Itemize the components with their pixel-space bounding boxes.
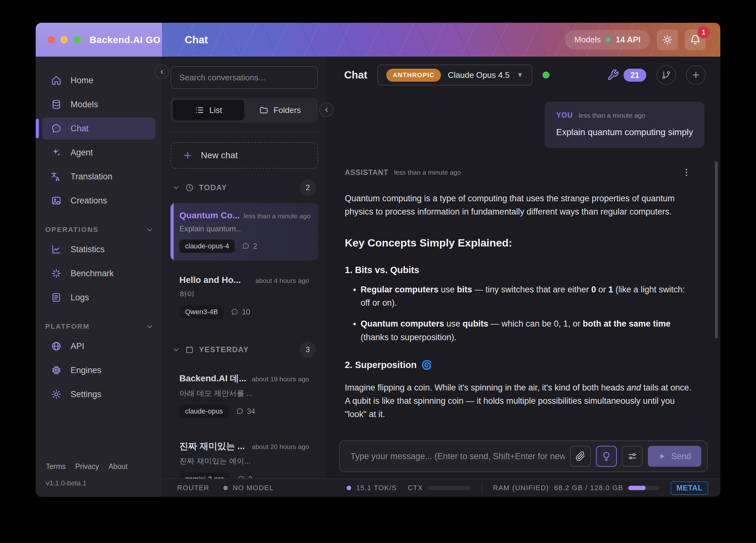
translate-icon: 文A	[51, 171, 62, 182]
thinking-mode-button[interactable]	[596, 446, 617, 467]
tools-indicator[interactable]: 21	[607, 69, 646, 82]
group-header-yesterday[interactable]: YESTERDAY 3	[170, 342, 318, 358]
branch-conversation-button[interactable]	[656, 65, 676, 85]
conversation-time: about 19 hours ago	[252, 375, 309, 383]
chevron-left-icon: ‹	[160, 66, 164, 77]
collapse-sidebar-button[interactable]: ‹	[155, 65, 169, 79]
maximize-window-button[interactable]	[73, 36, 81, 43]
conversation-tabs: List Folders	[170, 98, 318, 122]
conversation-title: Hello and Ho...	[179, 275, 241, 285]
sidebar-item-home[interactable]: Home	[42, 69, 156, 91]
user-message-text: Explain quantum computing simply	[556, 127, 693, 137]
tab-folders[interactable]: Folders	[244, 100, 316, 120]
search-input[interactable]	[170, 66, 318, 89]
minimize-window-button[interactable]	[60, 36, 68, 43]
assistant-bullet: Regular computers use bits — tiny switch…	[361, 283, 695, 310]
models-online-dot	[606, 37, 610, 42]
chat-bubble-icon	[51, 123, 62, 134]
router-status-dot	[223, 486, 228, 490]
collapse-conversations-button[interactable]: ‹	[319, 102, 334, 117]
conversation-time: less than a minute ago	[244, 212, 310, 220]
sun-icon	[662, 34, 673, 45]
assistant-heading: Key Concepts Simply Explained:	[345, 237, 695, 249]
globe-icon	[51, 341, 62, 352]
conversation-list: TODAY 2 Quantum Co... less than a minute…	[162, 169, 326, 478]
chat-header: Chat ANTHROPIC Claude Opus 4.5 ▼ 21	[326, 57, 720, 93]
chart-icon	[51, 244, 62, 255]
tools-count-badge: 21	[623, 69, 646, 82]
sidebar-item-models[interactable]: Models	[42, 93, 156, 115]
notifications-button[interactable]: 1	[685, 29, 706, 50]
close-window-button[interactable]	[47, 36, 55, 43]
assistant-bullet-list: Regular computers use bits — tiny switch…	[345, 283, 695, 344]
conversation-item[interactable]: Backend.AI 데... about 19 hours ago 아래 데모…	[170, 365, 318, 426]
accelerator-badge: METAL	[671, 481, 708, 495]
assistant-role-label: ASSISTANT	[345, 168, 388, 177]
sidebar-item-label: Engines	[71, 366, 102, 375]
attach-file-button[interactable]	[570, 446, 591, 467]
message-input[interactable]	[350, 452, 565, 461]
message-menu-button[interactable]	[678, 164, 695, 181]
conversations-panel: List Folders New chat	[162, 57, 326, 478]
new-chat-button[interactable]: New chat	[170, 142, 318, 169]
comment-icon	[231, 308, 239, 316]
sidebar-item-chat[interactable]: Chat	[42, 117, 156, 139]
calendar-icon	[185, 345, 194, 354]
sidebar-footer: Terms Privacy About v1.1.0-beta.1	[42, 462, 156, 487]
window-controls	[47, 36, 81, 43]
chip-icon	[51, 365, 62, 376]
models-status-pill[interactable]: Models 14 API	[565, 30, 650, 50]
lightbulb-icon	[601, 451, 611, 461]
provider-badge: ANTHROPIC	[386, 69, 441, 82]
conversation-preview: 하이	[179, 289, 309, 299]
terms-link[interactable]: Terms	[46, 462, 66, 471]
privacy-link[interactable]: Privacy	[75, 462, 99, 471]
chat-scrollbar[interactable]	[715, 161, 718, 339]
messages-area: YOU less than a minute ago Explain quant…	[326, 93, 720, 435]
git-branch-icon	[661, 70, 671, 80]
send-label: Send	[671, 452, 691, 461]
sidebar-item-label: Agent	[71, 148, 93, 157]
sidebar-item-engines[interactable]: Engines	[42, 359, 156, 381]
api-count-label: 14 API	[616, 35, 641, 45]
sidebar-section-platform[interactable]: PLATFORM	[45, 323, 154, 331]
assistant-bullet: Quantum computers use qubits — which can…	[361, 317, 695, 344]
conversation-item[interactable]: 진짜 재미있는 ... about 20 hours ago 진짜 재미있는 에…	[170, 433, 318, 478]
sidebar-item-label: Models	[71, 100, 98, 109]
group-label: TODAY	[199, 183, 227, 192]
kebab-menu-icon	[682, 168, 691, 177]
ram-progress-fill	[628, 486, 646, 490]
sidebar-item-translation[interactable]: 文A Translation	[42, 165, 156, 188]
play-icon	[658, 452, 666, 460]
sidebar-item-logs[interactable]: Logs	[42, 287, 156, 309]
chat-settings-button[interactable]	[622, 446, 643, 467]
conversation-item[interactable]: Quantum Co... less than a minute ago Exp…	[170, 203, 318, 260]
sidebar-item-settings[interactable]: Settings	[42, 383, 156, 405]
send-button[interactable]: Send	[648, 446, 701, 467]
new-conversation-button[interactable]	[686, 65, 706, 85]
svg-text:A: A	[55, 176, 59, 182]
sidebar-item-creations[interactable]: Creations	[42, 189, 156, 212]
sidebar-item-agent[interactable]: Agent	[42, 141, 156, 163]
sidebar-item-benchmark[interactable]: Benchmark	[42, 262, 156, 285]
comment-icon	[237, 475, 245, 478]
image-icon	[51, 195, 62, 206]
model-select-dropdown[interactable]: ANTHROPIC Claude Opus 4.5 ▼	[377, 65, 532, 85]
about-link[interactable]: About	[108, 462, 127, 471]
section-label: OPERATIONS	[45, 225, 99, 234]
comment-icon	[242, 242, 250, 250]
sidebar-item-api[interactable]: API	[42, 335, 156, 357]
conversation-item[interactable]: Hello and Ho... about 4 hours ago 하이 Qwe…	[170, 267, 318, 326]
titlebar-left: Backend.AI GO	[36, 23, 162, 57]
divider	[170, 132, 318, 133]
sidebar-section-operations[interactable]: OPERATIONS	[45, 225, 154, 234]
theme-toggle-button[interactable]	[657, 29, 678, 50]
comment-icon	[236, 407, 244, 416]
group-header-today[interactable]: TODAY 2	[170, 179, 318, 196]
chat-panel: Chat ANTHROPIC Claude Opus 4.5 ▼ 21	[326, 57, 720, 478]
models-label: Models	[574, 35, 601, 45]
tab-list[interactable]: List	[173, 100, 244, 120]
sidebar-item-statistics[interactable]: Statistics	[42, 238, 156, 260]
selected-model-name: Claude Opus 4.5	[448, 70, 510, 80]
cyclone-emoji: 🌀	[421, 360, 432, 370]
